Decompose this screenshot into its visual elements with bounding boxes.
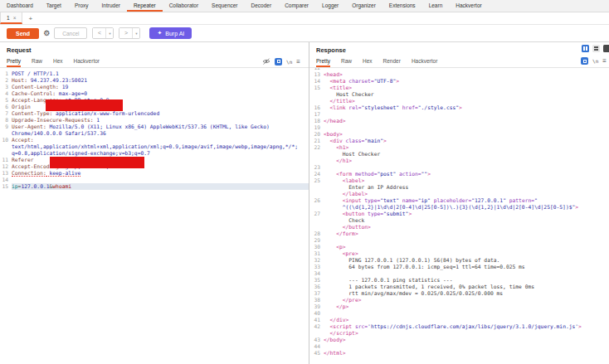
code-line: 42 <script src='https://cdnjs.cloudflare… bbox=[309, 323, 609, 330]
menu-item-logger[interactable]: Logger bbox=[315, 0, 345, 12]
back-dropdown-icon[interactable]: ▼ bbox=[105, 28, 113, 38]
code-line: Enter an IP Address bbox=[309, 184, 609, 191]
code-line: 15 <title> bbox=[309, 85, 609, 91]
code-line: 41 </div> bbox=[309, 317, 609, 323]
request-editor[interactable]: 1POST / HTTP/1.12Host: 94.237.49.23:5002… bbox=[0, 68, 309, 364]
code-line: 27 <button type="submit"> bbox=[309, 211, 609, 217]
response-editor[interactable]: 1213<head>14 <meta charset="UTF-8">15 <t… bbox=[309, 68, 609, 364]
request-panel: Request PrettyRawHexHackvertor \n ≡ 1POS… bbox=[0, 42, 309, 364]
menu-item-learn[interactable]: Learn bbox=[422, 0, 450, 12]
repeater-tab-1[interactable]: 1 × bbox=[0, 12, 22, 24]
tab-pretty[interactable]: Pretty bbox=[7, 56, 21, 67]
new-tab-button[interactable]: + bbox=[22, 12, 38, 24]
forward-history-button[interactable]: > ▼ bbox=[119, 27, 140, 39]
forward-arrow-icon[interactable]: > bbox=[119, 28, 132, 38]
code-line: Chrome/140.0.0.0 Safari/537.36 bbox=[0, 130, 309, 137]
code-line: 13Connection: keep-alive bbox=[0, 170, 309, 177]
tab-pretty[interactable]: Pretty bbox=[316, 56, 330, 67]
menu-item-intruder[interactable]: Intruder bbox=[95, 0, 127, 12]
code-line: 10Accept: bbox=[0, 137, 309, 143]
tab-hackvertor[interactable]: Hackvertor bbox=[412, 56, 437, 67]
syntax-highlight-icon[interactable] bbox=[275, 58, 282, 66]
burp-ai-button[interactable]: ✦ Burp AI bbox=[149, 27, 192, 39]
code-line: 3Content-Length: 19 bbox=[0, 84, 309, 90]
menu-item-extensions[interactable]: Extensions bbox=[382, 0, 422, 12]
tab-raw[interactable]: Raw bbox=[32, 56, 42, 67]
newline-toggle-icon[interactable]: \n bbox=[592, 58, 598, 64]
forward-dropdown-icon[interactable]: ▼ bbox=[132, 28, 139, 38]
tab-hex[interactable]: Hex bbox=[363, 56, 373, 67]
repeater-tab-strip: 1 × + bbox=[0, 12, 609, 25]
tab-raw[interactable]: Raw bbox=[341, 56, 352, 67]
menu-item-decoder[interactable]: Decoder bbox=[245, 0, 279, 12]
code-line: 4Cache-Control: max-age=0 bbox=[0, 90, 309, 97]
menu-item-hackvertor[interactable]: Hackvertor bbox=[449, 0, 488, 12]
back-arrow-icon[interactable]: < bbox=[93, 28, 105, 38]
work-area: Request PrettyRawHexHackvertor \n ≡ 1POS… bbox=[0, 42, 609, 364]
code-line: 1POST / HTTP/1.1 bbox=[0, 70, 309, 77]
code-line: text/html,application/xhtml+xml,applicat… bbox=[0, 143, 309, 150]
code-line: 38 </pre> bbox=[309, 297, 609, 303]
tab-hex[interactable]: Hex bbox=[53, 56, 63, 67]
code-line: 32 PING 127.0.0.1 (127.0.0.1) 56(84) byt… bbox=[309, 257, 609, 264]
send-button[interactable]: Send bbox=[7, 28, 39, 39]
response-panel-title: Response bbox=[309, 42, 609, 56]
redaction-box bbox=[46, 99, 123, 111]
code-line: </label> bbox=[309, 191, 609, 197]
menu-item-comparer[interactable]: Comparer bbox=[278, 0, 315, 12]
menu-item-proxy[interactable]: Proxy bbox=[68, 0, 95, 12]
code-line: 7Content-Type: application/x-www-form-ur… bbox=[0, 110, 309, 117]
tab-hackvertor[interactable]: Hackvertor bbox=[74, 56, 100, 67]
code-line: 21 <div class="main"> bbox=[309, 138, 609, 144]
request-subtabs: PrettyRawHexHackvertor \n ≡ bbox=[0, 56, 309, 68]
code-line: 26 <input type="text" name="ip" placehol… bbox=[309, 197, 609, 204]
newline-toggle-icon[interactable]: \n bbox=[286, 59, 292, 65]
code-line: 31 <pre> bbox=[309, 250, 609, 257]
code-line: 33 64 bytes from 127.0.0.1: icmp_seq=1 t… bbox=[309, 264, 609, 270]
close-tab-icon[interactable]: × bbox=[13, 15, 17, 21]
code-line: 37 rtt min/avg/max/mdev = 0.025/0.025/0.… bbox=[309, 290, 609, 297]
code-line: Host Checker bbox=[309, 151, 609, 158]
repeater-toolbar: Send ⚙ Cancel < ▼ > ▼ ✦ Burp AI bbox=[0, 25, 609, 42]
code-line: 2Host: 94.237.49.23:50021 bbox=[0, 77, 309, 84]
code-line: 14 <meta charset="UTF-8"> bbox=[309, 78, 609, 85]
code-line: 17 bbox=[309, 111, 609, 118]
editor-menu-icon[interactable]: ≡ bbox=[602, 57, 607, 65]
code-line: 23 bbox=[309, 164, 609, 171]
syntax-highlight-icon[interactable] bbox=[581, 57, 588, 65]
menu-item-collaborator[interactable]: Collaborator bbox=[163, 0, 205, 12]
code-line: </h1> bbox=[309, 158, 609, 164]
back-history-button[interactable]: < ▼ bbox=[92, 27, 114, 39]
code-line: 44 bbox=[309, 343, 609, 350]
code-line: 28 </form> bbox=[309, 231, 609, 237]
code-line: Check bbox=[309, 217, 609, 224]
menu-item-sequencer[interactable]: Sequencer bbox=[205, 0, 244, 12]
burp-repeater-window: DashboardTargetProxyIntruderRepeaterColl… bbox=[0, 0, 609, 364]
code-line: 15ip=127.0.0.1&whoami bbox=[0, 183, 309, 190]
repeater-tab-label: 1 bbox=[7, 15, 10, 21]
code-line: 24 <form method="post" action=""> bbox=[309, 171, 609, 177]
menu-item-target[interactable]: Target bbox=[40, 0, 68, 12]
hide-nonprintable-icon[interactable] bbox=[262, 57, 270, 66]
menu-item-repeater[interactable]: Repeater bbox=[127, 0, 163, 12]
code-line: 45</html> bbox=[309, 350, 609, 357]
editor-menu-icon[interactable]: ≡ bbox=[296, 58, 300, 66]
code-line: 40 bbox=[309, 310, 609, 317]
code-line: 22 <h1> bbox=[309, 144, 609, 151]
code-line: 9User-Agent: Mozilla/5.0 (X11; Linux x86… bbox=[0, 124, 309, 130]
menu-bar: DashboardTargetProxyIntruderRepeaterColl… bbox=[0, 0, 609, 12]
request-panel-title: Request bbox=[0, 42, 309, 56]
code-line: 29 bbox=[309, 237, 609, 244]
code-line: </button> bbox=[309, 224, 609, 231]
menu-item-dashboard[interactable]: Dashboard bbox=[0, 0, 40, 12]
code-line: 19 bbox=[309, 124, 609, 131]
code-line: 43</body> bbox=[309, 337, 609, 343]
gear-icon[interactable]: ⚙ bbox=[43, 30, 50, 37]
code-line: 30 <p> bbox=[309, 244, 609, 250]
code-line: ^((\d{1,2}|1\d\d|2[0-4]\d|25[0-5])\.){3}… bbox=[309, 204, 609, 211]
code-line: Host Checker bbox=[309, 91, 609, 98]
response-panel: Response PrettyRawHexRenderHackvertor \n… bbox=[309, 42, 609, 364]
tab-render[interactable]: Render bbox=[383, 56, 401, 67]
menu-item-organizer[interactable]: Organizer bbox=[345, 0, 382, 12]
cancel-button[interactable]: Cancel bbox=[54, 27, 87, 39]
